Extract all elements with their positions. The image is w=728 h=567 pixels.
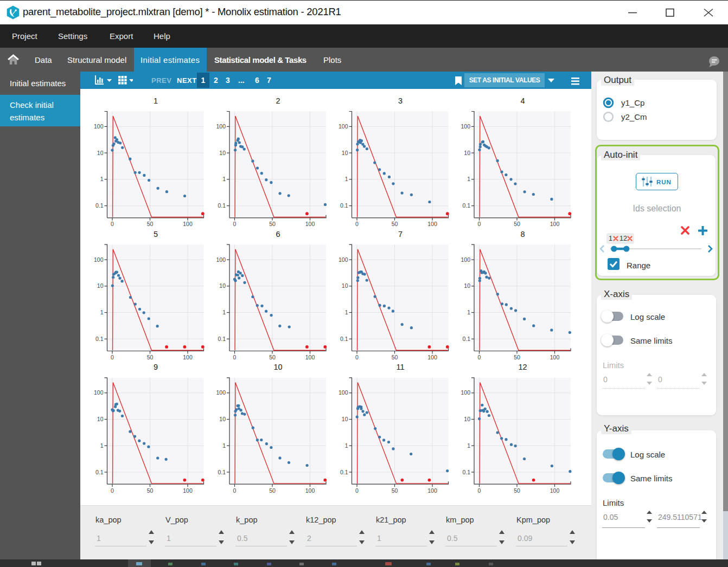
svg-text:0: 0 xyxy=(355,221,359,227)
svg-text:0: 0 xyxy=(478,487,481,494)
svg-text:100: 100 xyxy=(339,389,348,396)
svg-text:10: 10 xyxy=(342,150,348,156)
svg-text:10: 10 xyxy=(342,416,348,422)
svg-text:100: 100 xyxy=(461,256,470,263)
svg-text:5: 5 xyxy=(154,230,158,239)
svg-text:0.1: 0.1 xyxy=(340,469,348,475)
svg-text:0: 0 xyxy=(111,487,114,494)
svg-text:100: 100 xyxy=(305,487,315,494)
svg-text:100: 100 xyxy=(183,354,193,360)
svg-text:1: 1 xyxy=(154,96,158,105)
svg-text:50: 50 xyxy=(514,354,520,360)
svg-text:100: 100 xyxy=(461,123,470,130)
svg-text:50: 50 xyxy=(147,221,154,227)
svg-text:100: 100 xyxy=(94,256,104,263)
svg-text:0: 0 xyxy=(233,487,237,494)
svg-text:0.1: 0.1 xyxy=(462,469,470,475)
svg-text:100: 100 xyxy=(339,256,348,263)
svg-text:0: 0 xyxy=(355,354,359,360)
svg-text:0.1: 0.1 xyxy=(340,202,348,209)
svg-text:100: 100 xyxy=(427,354,437,360)
svg-text:100: 100 xyxy=(550,354,560,360)
svg-text:0.1: 0.1 xyxy=(95,469,104,475)
svg-text:10: 10 xyxy=(97,282,104,289)
svg-text:7: 7 xyxy=(398,230,403,239)
svg-text:0: 0 xyxy=(478,221,481,227)
svg-text:1: 1 xyxy=(345,442,348,449)
svg-text:3: 3 xyxy=(398,96,403,105)
svg-text:0: 0 xyxy=(355,487,359,494)
svg-text:100: 100 xyxy=(461,389,470,396)
svg-text:12: 12 xyxy=(518,363,527,371)
svg-text:10: 10 xyxy=(273,363,282,371)
svg-text:0.1: 0.1 xyxy=(95,202,104,209)
svg-text:100: 100 xyxy=(427,487,437,494)
svg-text:1: 1 xyxy=(467,442,470,449)
svg-text:1: 1 xyxy=(222,309,226,315)
svg-text:0: 0 xyxy=(233,354,237,360)
svg-text:10: 10 xyxy=(464,282,470,289)
svg-text:0.1: 0.1 xyxy=(340,336,348,342)
svg-text:0: 0 xyxy=(111,354,114,360)
svg-text:0.1: 0.1 xyxy=(462,202,470,209)
svg-text:100: 100 xyxy=(550,487,560,494)
svg-text:6: 6 xyxy=(276,230,280,239)
svg-text:50: 50 xyxy=(392,221,398,227)
svg-text:1: 1 xyxy=(100,309,104,315)
svg-text:50: 50 xyxy=(392,354,398,360)
svg-text:10: 10 xyxy=(464,416,470,422)
svg-text:1: 1 xyxy=(345,309,348,315)
svg-text:10: 10 xyxy=(464,150,470,156)
svg-text:1: 1 xyxy=(100,176,104,182)
svg-text:1: 1 xyxy=(345,176,348,182)
svg-text:100: 100 xyxy=(216,123,226,130)
svg-text:10: 10 xyxy=(219,416,226,422)
svg-text:100: 100 xyxy=(339,123,348,130)
svg-text:50: 50 xyxy=(514,487,520,494)
svg-text:11: 11 xyxy=(396,363,404,371)
svg-text:10: 10 xyxy=(97,416,104,422)
svg-text:1: 1 xyxy=(100,442,104,449)
svg-text:50: 50 xyxy=(147,487,154,494)
svg-text:50: 50 xyxy=(147,354,154,360)
svg-text:2: 2 xyxy=(276,96,280,105)
svg-text:9: 9 xyxy=(154,363,158,371)
svg-text:0.1: 0.1 xyxy=(462,336,470,342)
svg-text:10: 10 xyxy=(219,282,226,289)
svg-text:50: 50 xyxy=(514,221,520,227)
svg-text:0: 0 xyxy=(111,221,114,227)
svg-text:50: 50 xyxy=(269,487,276,494)
svg-text:0.1: 0.1 xyxy=(218,469,226,475)
svg-text:100: 100 xyxy=(216,256,226,263)
svg-text:100: 100 xyxy=(216,389,226,396)
svg-text:100: 100 xyxy=(183,221,193,227)
svg-text:100: 100 xyxy=(427,221,437,227)
svg-text:1: 1 xyxy=(222,176,226,182)
svg-text:100: 100 xyxy=(183,487,193,494)
svg-text:100: 100 xyxy=(550,221,560,227)
svg-text:100: 100 xyxy=(305,221,315,227)
svg-text:4: 4 xyxy=(520,96,525,105)
svg-text:0.1: 0.1 xyxy=(218,336,226,342)
svg-text:1: 1 xyxy=(222,442,226,449)
svg-text:1: 1 xyxy=(467,176,470,182)
svg-text:50: 50 xyxy=(269,354,276,360)
svg-text:0: 0 xyxy=(233,221,237,227)
svg-text:0: 0 xyxy=(478,354,481,360)
svg-text:100: 100 xyxy=(94,123,104,130)
svg-text:10: 10 xyxy=(97,150,104,156)
svg-text:10: 10 xyxy=(219,150,226,156)
svg-text:50: 50 xyxy=(269,221,276,227)
svg-text:0.1: 0.1 xyxy=(218,202,226,209)
svg-text:10: 10 xyxy=(342,282,348,289)
svg-text:100: 100 xyxy=(94,389,104,396)
svg-text:100: 100 xyxy=(305,354,315,360)
svg-text:0.1: 0.1 xyxy=(95,336,104,342)
svg-text:1: 1 xyxy=(467,309,470,315)
svg-text:8: 8 xyxy=(520,230,525,239)
svg-text:50: 50 xyxy=(392,487,398,494)
